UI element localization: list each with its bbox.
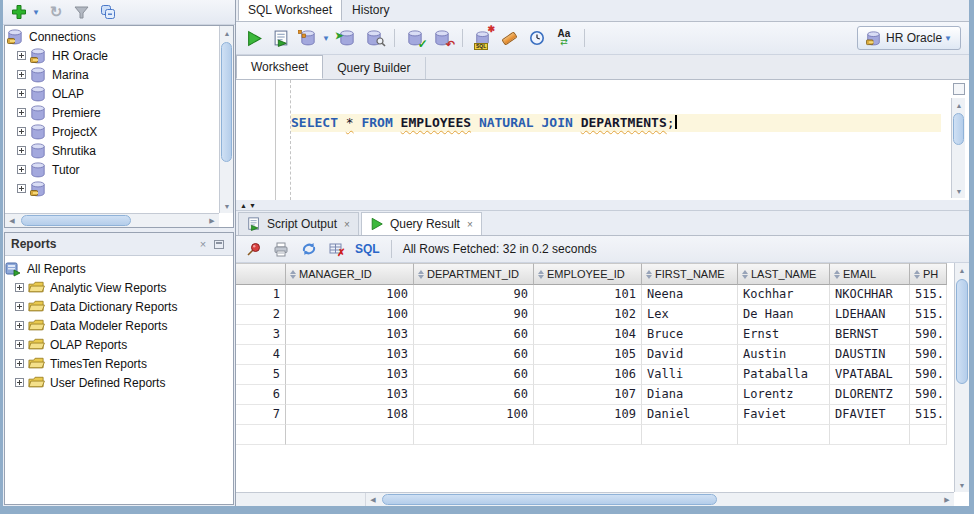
data-cell[interactable]: 590.	[910, 385, 947, 405]
expand-plus-icon[interactable]	[17, 89, 26, 98]
column-header-manager-id[interactable]: MANAGER_ID	[286, 263, 414, 285]
data-cell[interactable]: Kochhar	[738, 285, 830, 305]
report-folder-timesten-reports[interactable]: TimesTen Reports	[5, 354, 233, 373]
run-statement-icon[interactable]	[244, 28, 264, 48]
data-cell[interactable]: 60	[414, 325, 534, 345]
data-cell[interactable]: DAUSTIN	[830, 345, 910, 365]
sql-tuning-advisor-icon[interactable]	[364, 28, 384, 48]
row-number-cell[interactable]: 1	[236, 285, 286, 305]
dropdown-arrow-icon[interactable]: ▼	[32, 8, 40, 17]
explain-plan-icon[interactable]: ➤	[337, 28, 357, 48]
grid-vertical-scrollbar[interactable]: ▲ ▼	[954, 263, 969, 492]
data-cell[interactable]: BERNST	[830, 325, 910, 345]
filter-icon[interactable]	[72, 2, 92, 22]
data-cell[interactable]: 106	[534, 365, 642, 385]
scroll-up-icon[interactable]: ▲	[220, 26, 234, 40]
data-cell[interactable]: 100	[414, 405, 534, 425]
editor-results-splitter[interactable]: ▲ ▼	[236, 200, 969, 211]
row-number-cell[interactable]: 4	[236, 345, 286, 365]
data-cell[interactable]: 103	[286, 385, 414, 405]
column-header-last-name[interactable]: LAST_NAME	[738, 263, 830, 285]
expand-plus-icon[interactable]	[17, 146, 26, 155]
close-icon[interactable]: ×	[195, 237, 211, 252]
sql-statement-line[interactable]: SELECT * FROM EMPLOYEES NATURAL JOIN DEP…	[291, 114, 941, 132]
expand-plus-icon[interactable]	[15, 340, 24, 349]
splitter-collapse-down-icon[interactable]: ▼	[249, 202, 256, 209]
data-cell[interactable]: Ernst	[738, 325, 830, 345]
data-cell[interactable]: DLORENTZ	[830, 385, 910, 405]
report-folder-user-defined-reports[interactable]: User Defined Reports	[5, 373, 233, 392]
data-cell[interactable]: DFAVIET	[830, 405, 910, 425]
expand-plus-icon[interactable]	[15, 378, 24, 387]
data-cell[interactable]: 105	[534, 345, 642, 365]
data-cell[interactable]: 107	[534, 385, 642, 405]
tab-worksheet[interactable]: Worksheet	[236, 55, 323, 79]
table-row[interactable]: 610360107DianaLorentzDLORENTZ590.	[236, 385, 954, 405]
data-cell[interactable]: 60	[414, 345, 534, 365]
data-cell[interactable]: VPATABAL	[830, 365, 910, 385]
connections-vertical-scrollbar[interactable]: ▲ ▼	[219, 26, 233, 213]
data-cell[interactable]: Daniel	[642, 405, 738, 425]
close-icon[interactable]: ×	[344, 219, 350, 230]
data-cell[interactable]: 60	[414, 385, 534, 405]
commit-icon[interactable]: ✓	[405, 28, 425, 48]
tab-sql-worksheet[interactable]: SQL Worksheet	[238, 0, 342, 21]
data-cell[interactable]: Lex	[642, 305, 738, 325]
column-header-first-name[interactable]: FIRST_NAME	[642, 263, 738, 285]
data-cell[interactable]: Lorentz	[738, 385, 830, 405]
print-icon[interactable]	[271, 239, 291, 259]
data-cell[interactable]: 90	[414, 305, 534, 325]
connection-item-projectx[interactable]: ProjectX	[7, 122, 218, 141]
data-cell[interactable]: 590.	[910, 325, 947, 345]
table-row[interactable]: 210090102LexDe HaanLDEHAAN515.	[236, 305, 954, 325]
minimize-icon[interactable]	[211, 237, 227, 252]
editor-vertical-scrollbar[interactable]: ▲ ▼	[951, 98, 965, 198]
expand-plus-icon[interactable]	[15, 283, 24, 292]
expand-plus-icon[interactable]	[17, 108, 26, 117]
scroll-down-icon[interactable]: ▼	[220, 199, 234, 213]
sql-history-icon[interactable]	[527, 28, 547, 48]
row-number-cell[interactable]: 6	[236, 385, 286, 405]
table-row[interactable]: 310360104BruceErnstBERNST590.	[236, 325, 954, 345]
scroll-up-icon[interactable]: ▲	[955, 263, 969, 277]
expand-plus-icon[interactable]	[15, 321, 24, 330]
row-number-cell[interactable]: 7	[236, 405, 286, 425]
data-cell[interactable]: Pataballa	[738, 365, 830, 385]
connection-item-clipped[interactable]	[7, 179, 218, 198]
scrollbar-thumb[interactable]	[21, 215, 131, 226]
change-case-icon[interactable]: Aa ⇄	[554, 28, 574, 48]
grid-horizontal-scrollbar[interactable]: ◀ ▶	[236, 492, 954, 506]
scroll-down-icon[interactable]: ▼	[952, 184, 966, 198]
connection-item-tutor[interactable]: Tutor	[7, 160, 218, 179]
report-folder-analytic-view-reports[interactable]: Analytic View Reports	[5, 278, 233, 297]
data-cell[interactable]: 515.	[910, 305, 947, 325]
data-cell[interactable]: 103	[286, 365, 414, 385]
scroll-right-icon[interactable]: ▶	[205, 214, 219, 228]
refresh-icon[interactable]	[299, 239, 319, 259]
report-folder-data-dictionary-reports[interactable]: Data Dictionary Reports	[5, 297, 233, 316]
column-header-ph[interactable]: PH	[910, 263, 947, 285]
add-connection-icon[interactable]	[9, 2, 29, 22]
column-header-employee-id[interactable]: EMPLOYEE_ID	[534, 263, 642, 285]
data-cell[interactable]: 515.	[910, 405, 947, 425]
scroll-left-icon[interactable]: ◀	[5, 214, 19, 228]
table-row[interactable]: 410360105DavidAustinDAUSTIN590.	[236, 345, 954, 365]
tab-script-output[interactable]: Script Output×	[238, 212, 359, 235]
expand-plus-icon[interactable]	[15, 359, 24, 368]
scrollbar-thumb[interactable]	[221, 42, 232, 162]
data-cell[interactable]: Neena	[642, 285, 738, 305]
data-cell[interactable]: NKOCHHAR	[830, 285, 910, 305]
scroll-right-icon[interactable]: ▶	[940, 493, 954, 506]
data-cell[interactable]: De Haan	[738, 305, 830, 325]
data-cell[interactable]: 90	[414, 285, 534, 305]
report-folder-olap-reports[interactable]: OLAP Reports	[5, 335, 233, 354]
autotrace-icon[interactable]	[298, 28, 318, 48]
data-cell[interactable]: LDEHAAN	[830, 305, 910, 325]
connection-selector[interactable]: HR Oracle ▼	[857, 26, 961, 50]
expand-plus-icon[interactable]	[15, 302, 24, 311]
clear-icon[interactable]	[500, 28, 520, 48]
scroll-down-icon[interactable]: ▼	[955, 478, 969, 492]
scrollbar-thumb[interactable]	[382, 494, 717, 505]
tree-root-all-reports[interactable]: All Reports	[5, 259, 233, 278]
connection-item-hr-oracle[interactable]: HR Oracle	[7, 46, 218, 65]
